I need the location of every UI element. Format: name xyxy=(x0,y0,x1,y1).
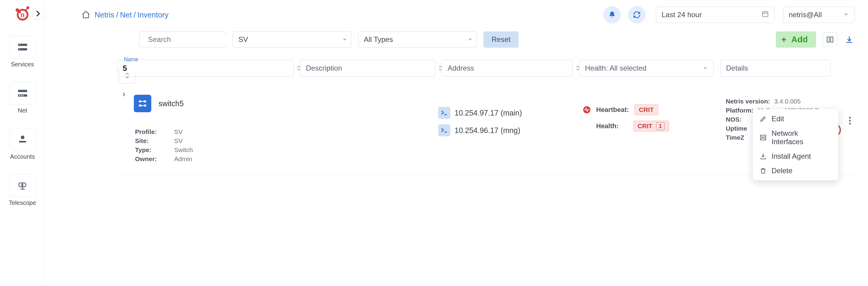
reset-button[interactable]: Reset xyxy=(484,31,519,48)
expand-row-button[interactable] xyxy=(121,91,127,99)
heartbeat-icon xyxy=(583,106,591,114)
meta-val: Admin xyxy=(174,155,192,163)
svg-rect-13 xyxy=(21,95,22,96)
menu-item-edit[interactable]: Edit xyxy=(753,112,838,126)
home-icon[interactable] xyxy=(82,10,90,19)
details-val: 3.4.0.005 xyxy=(774,98,801,105)
address-entry[interactable]: 10.254.96.17 (mng) xyxy=(438,124,583,136)
download-icon xyxy=(760,153,767,160)
meta-key: Site: xyxy=(135,137,174,144)
header-description-label: Description xyxy=(306,64,342,73)
menu-label: Install Agent xyxy=(772,152,811,161)
rail-item-net[interactable]: Net xyxy=(9,82,36,114)
columns-button[interactable] xyxy=(823,32,837,47)
heartbeat-label: Heartbeat: xyxy=(596,106,629,114)
header-name-input[interactable] xyxy=(123,64,288,73)
breadcrumb[interactable]: Netris/Net/Inventory xyxy=(95,10,168,19)
rail-expand-button[interactable] xyxy=(33,8,43,19)
svg-rect-41 xyxy=(761,135,766,137)
header-description[interactable]: Description xyxy=(300,60,435,77)
details-key: NOS: xyxy=(726,116,742,123)
site-filter-label: SV xyxy=(239,35,248,44)
heartbeat-status-badge: CRIT xyxy=(634,105,658,115)
menu-item-network-interfaces[interactable]: Network Interfaces xyxy=(753,126,838,149)
svg-point-2 xyxy=(26,6,29,9)
header-address[interactable]: Address xyxy=(442,60,572,77)
header-details-label: Details xyxy=(726,64,748,73)
tenant-select[interactable]: netris@All xyxy=(783,7,855,23)
row-actions-button[interactable] xyxy=(849,116,851,126)
site-filter-select[interactable]: SV xyxy=(233,31,351,48)
crumb-1[interactable]: Net xyxy=(120,10,132,19)
pencil-icon xyxy=(760,115,767,122)
svg-rect-31 xyxy=(139,101,141,103)
details-key: TimeZ xyxy=(726,134,744,141)
svg-text:n: n xyxy=(21,11,24,19)
svg-rect-28 xyxy=(831,37,833,42)
type-filter-select[interactable]: All Types xyxy=(358,31,477,48)
col-health: Heartbeat: CRIT Health: CRIT 1 xyxy=(583,95,726,164)
terminal-icon xyxy=(438,124,450,136)
rail-item-accounts[interactable]: Accounts xyxy=(9,128,36,160)
details-key: Netris version: xyxy=(726,98,770,105)
chevron-down-icon xyxy=(843,10,849,19)
health-label: Health: xyxy=(596,122,619,130)
address-entry[interactable]: 10.254.97.17 (main) xyxy=(438,107,583,119)
crumb-2[interactable]: Inventory xyxy=(137,10,168,19)
meta-val: Switch xyxy=(174,146,193,153)
menu-label: Delete xyxy=(772,167,792,175)
header-name[interactable]: Name xyxy=(117,60,293,77)
health-status-badge: CRIT 1 xyxy=(633,121,670,132)
topbar: Netris/Net/Inventory Last 24 hour netris… xyxy=(45,0,868,31)
address-text: 10.254.96.17 (mng) xyxy=(455,126,520,135)
meta-val: SV xyxy=(174,128,183,136)
row-context-menu: Edit Network Interfaces Install Agent De… xyxy=(753,109,838,180)
details-key: Platform: xyxy=(726,107,753,114)
type-filter-label: All Types xyxy=(364,35,393,44)
svg-point-8 xyxy=(19,44,20,45)
address-text: 10.254.97.17 (main) xyxy=(455,109,522,117)
header-health-label: Health: All selected xyxy=(585,64,647,73)
svg-point-18 xyxy=(22,183,26,187)
col-address: 10.254.97.17 (main) 10.254.96.17 (mng) xyxy=(438,95,583,164)
svg-rect-42 xyxy=(761,138,766,140)
header-health[interactable]: Health: All selected xyxy=(579,60,714,77)
svg-point-15 xyxy=(21,136,24,139)
svg-rect-33 xyxy=(139,105,141,107)
svg-rect-32 xyxy=(144,101,146,103)
svg-point-39 xyxy=(849,120,851,121)
svg-point-38 xyxy=(849,117,851,119)
svg-rect-10 xyxy=(18,90,27,92)
crumb-0[interactable]: Netris xyxy=(95,10,114,19)
add-button[interactable]: + Add xyxy=(776,31,816,48)
time-range-select[interactable]: Last 24 hour xyxy=(656,7,775,23)
header-details: Details xyxy=(720,60,831,77)
menu-item-install-agent[interactable]: Install Agent xyxy=(753,149,838,164)
search-input-wrap[interactable] xyxy=(139,31,226,48)
meta-key: Profile: xyxy=(135,128,174,136)
chevron-down-icon xyxy=(467,35,473,44)
rail-label: Accounts xyxy=(10,153,35,160)
search-input[interactable] xyxy=(148,35,238,44)
col-details: Netris version:3.4.0.005 Platform:Mellan… xyxy=(726,95,855,164)
details-key: Uptime xyxy=(726,125,747,132)
rail-label: Net xyxy=(18,107,27,114)
rail-item-telescope[interactable]: Telescope xyxy=(9,174,36,206)
device-icon xyxy=(134,95,151,112)
menu-item-delete[interactable]: Delete xyxy=(753,164,838,178)
terminal-icon xyxy=(438,107,450,119)
services-icon xyxy=(9,36,36,59)
crit-text: CRIT xyxy=(638,122,652,130)
svg-rect-14 xyxy=(23,95,24,96)
meta-key: Owner: xyxy=(135,155,174,163)
plus-icon: + xyxy=(781,34,786,45)
svg-point-9 xyxy=(19,49,20,50)
svg-rect-21 xyxy=(763,12,768,17)
inventory-row: switch5 Profile:SV Site:SV Type:Switch O… xyxy=(117,89,855,175)
accounts-icon xyxy=(9,128,36,151)
refresh-button[interactable] xyxy=(628,6,646,24)
download-button[interactable] xyxy=(844,32,855,47)
notifications-button[interactable] xyxy=(603,6,621,24)
rail-item-services[interactable]: Services xyxy=(9,36,36,68)
app-logo[interactable]: n xyxy=(14,4,31,22)
